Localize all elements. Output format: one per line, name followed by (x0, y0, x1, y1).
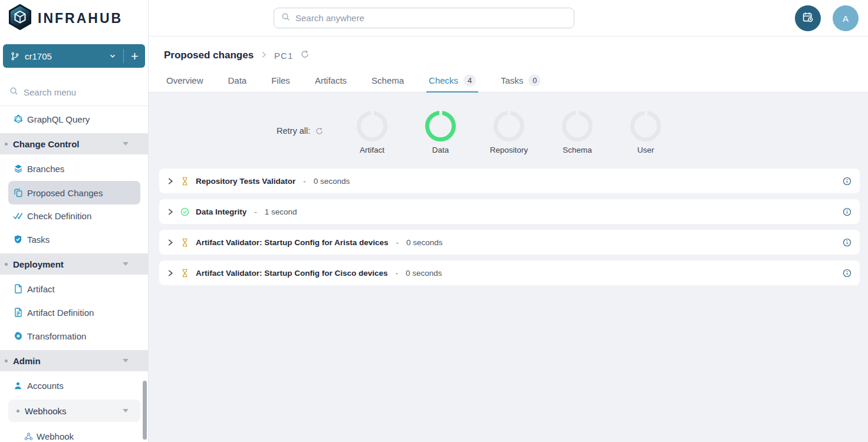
check-circle-icon (180, 207, 189, 216)
page-title[interactable]: Proposed changes (164, 50, 254, 61)
tab-artifacts[interactable]: Artifacts (313, 70, 349, 93)
sidebar-item-artifact[interactable]: Artifact (0, 277, 148, 301)
tab-label: Checks (429, 75, 458, 85)
tab-badge: 4 (463, 74, 476, 87)
info-icon[interactable] (843, 238, 851, 247)
section-label: Admin (13, 356, 41, 366)
subsection-label: Webhooks (25, 406, 67, 416)
sidebar-item-artifact-definition[interactable]: Artifact Definition (0, 301, 148, 324)
breadcrumb-item[interactable]: PC1 (274, 51, 293, 61)
sidebar-item-webhook[interactable]: Webhook (0, 424, 148, 442)
separator: - (396, 269, 399, 278)
separator: - (254, 207, 257, 216)
info-icon[interactable] (843, 269, 851, 278)
avatar-initial: A (843, 14, 849, 24)
branch-icon (11, 52, 19, 61)
sidebar-item-proposed-changes[interactable]: Proposed Changes (8, 181, 140, 204)
sidebar-item-label: Accounts (27, 381, 64, 391)
info-icon[interactable] (843, 177, 851, 186)
tab-checks[interactable]: Checks 4 (426, 70, 478, 93)
sidebar-item-check-definition[interactable]: Check Definition (0, 204, 148, 227)
sidebar-section-change-control[interactable]: Change Control (0, 133, 148, 154)
validator-name: Artifact Validator: Startup Config for A… (196, 238, 389, 247)
sidebar-item-branches[interactable]: Branches (0, 157, 148, 180)
tab-label: Schema (371, 75, 404, 85)
global-search (274, 8, 574, 28)
infrahub-hexagon-logo-icon (8, 4, 32, 32)
ring-label: User (604, 146, 687, 154)
status-icon (180, 238, 189, 247)
tab-data[interactable]: Data (226, 70, 249, 93)
validator-row[interactable]: Repository Tests Validator - 0 seconds (159, 169, 860, 193)
tab-label: Artifacts (315, 75, 347, 85)
chevron-right-icon[interactable] (167, 208, 173, 216)
check-category-artifact[interactable]: Artifact (357, 111, 387, 141)
sidebar-item-accounts[interactable]: Accounts (0, 374, 148, 397)
sidebar: INFRAHUB cr1705 (0, 0, 149, 442)
refresh-icon[interactable] (301, 50, 309, 61)
sidebar-subsection-webhooks[interactable]: Webhooks (8, 400, 140, 422)
progress-ring (494, 111, 524, 141)
info-icon[interactable] (843, 207, 851, 216)
validator-duration: 0 seconds (406, 269, 442, 278)
progress-ring (425, 111, 456, 141)
progress-ring (630, 111, 661, 141)
sidebar-item-label: Proposed Changes (27, 188, 103, 198)
tab-badge: 0 (528, 74, 541, 87)
copy-pages-icon (13, 188, 23, 197)
webhook-icon (24, 432, 34, 441)
bullet-icon (5, 359, 8, 362)
sidebar-section-deployment[interactable]: Deployment (0, 253, 148, 275)
retry-icon[interactable] (315, 127, 323, 135)
section-label: Deployment (13, 259, 64, 269)
brand-wordmark: INFRAHUB (38, 11, 123, 27)
tab-overview[interactable]: Overview (164, 70, 206, 93)
validator-name: Repository Tests Validator (196, 177, 295, 186)
progress-ring (357, 111, 387, 141)
graphql-icon (13, 114, 23, 124)
sidebar-search-input[interactable] (24, 87, 130, 97)
caret-down-icon (123, 359, 129, 362)
bullet-icon (5, 143, 8, 146)
check-category-data[interactable]: Data (425, 111, 456, 141)
validator-name: Data Integrity (196, 207, 246, 216)
sidebar-item-graphql-query[interactable]: GraphQL Query (0, 107, 148, 131)
caret-down-icon (123, 142, 129, 146)
global-search-input[interactable] (295, 13, 555, 23)
tab-files[interactable]: Files (269, 70, 292, 93)
validator-row[interactable]: Data Integrity - 1 second (159, 199, 860, 224)
progress-ring (562, 111, 593, 141)
check-category-repository[interactable]: Repository (494, 111, 524, 141)
check-category-user[interactable]: User (630, 111, 661, 141)
retry-all-label: Retry all: (277, 126, 310, 136)
sidebar-item-label: Artifact (27, 284, 55, 294)
bullet-icon (17, 410, 19, 413)
tab-label: Tasks (501, 75, 523, 85)
sidebar-item-label: Branches (27, 164, 64, 174)
branch-selector[interactable]: cr1705 (3, 44, 145, 68)
user-icon (13, 381, 23, 390)
sidebar-item-tasks[interactable]: Tasks (0, 227, 148, 251)
check-category-schema[interactable]: Schema (562, 111, 593, 141)
search-icon (281, 12, 290, 24)
tab-schema[interactable]: Schema (369, 70, 406, 93)
sidebar-section-admin[interactable]: Admin (0, 350, 148, 371)
sidebar-item-transformation[interactable]: Transformation (0, 324, 148, 348)
validator-name: Artifact Validator: Startup Config for C… (196, 269, 388, 278)
time-travel-button[interactable] (795, 5, 821, 31)
sidebar-scrollbar[interactable] (143, 381, 147, 440)
avatar[interactable]: A (833, 5, 859, 31)
section-label: Change Control (13, 139, 80, 149)
chevron-right-icon[interactable] (167, 269, 173, 277)
validator-row[interactable]: Artifact Validator: Startup Config for A… (159, 230, 860, 255)
chevron-right-icon[interactable] (167, 177, 173, 185)
chevron-right-icon[interactable] (167, 239, 173, 246)
retry-all: Retry all: (277, 124, 323, 138)
add-branch-button[interactable] (123, 49, 145, 63)
layers-icon (13, 164, 23, 173)
sidebar-item-label: GraphQL Query (27, 114, 90, 124)
tab-tasks[interactable]: Tasks 0 (498, 70, 543, 93)
validator-row[interactable]: Artifact Validator: Startup Config for C… (159, 260, 860, 285)
app-logo[interactable]: INFRAHUB (8, 4, 123, 32)
chevron-down-icon[interactable] (109, 52, 116, 60)
